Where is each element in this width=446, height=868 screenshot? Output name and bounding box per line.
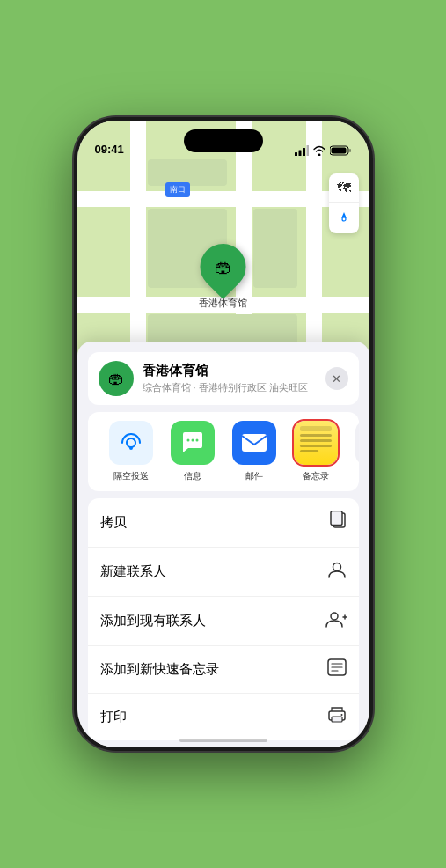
- airdrop-icon: [119, 430, 143, 455]
- svg-point-16: [333, 563, 340, 571]
- menu-print-text: 打印: [100, 709, 127, 725]
- notes-label: 备忘录: [303, 470, 329, 482]
- notes-icon-box: [294, 421, 338, 465]
- menu-section: 拷贝 新建联系人: [88, 498, 359, 740]
- status-icons: [295, 145, 352, 156]
- home-indicator: [179, 739, 267, 742]
- svg-rect-20: [332, 717, 342, 722]
- messages-label: 信息: [184, 470, 201, 482]
- notes-icon: [294, 421, 338, 465]
- messages-icon: [179, 430, 206, 455]
- wifi-icon: [312, 145, 326, 156]
- menu-print[interactable]: 打印: [88, 694, 359, 740]
- dynamic-island: [184, 129, 263, 152]
- add-contact-icon: [325, 609, 347, 633]
- airdrop-label: 隔空投送: [113, 470, 149, 482]
- share-messages[interactable]: 信息: [162, 421, 223, 482]
- svg-rect-0: [295, 152, 297, 156]
- location-button[interactable]: [329, 203, 359, 233]
- quick-note-icon: [327, 658, 347, 680]
- share-notes[interactable]: 备忘录: [285, 421, 347, 482]
- menu-add-existing[interactable]: 添加到现有联系人: [88, 597, 359, 646]
- messages-icon-box: [171, 421, 215, 465]
- menu-copy[interactable]: 拷贝: [88, 498, 359, 548]
- menu-new-contact-text: 新建联系人: [100, 563, 166, 580]
- location-label: 南口: [165, 182, 190, 197]
- mail-icon: [241, 433, 267, 452]
- svg-rect-6: [331, 148, 346, 154]
- close-button[interactable]: ✕: [325, 367, 348, 390]
- svg-rect-15: [331, 511, 342, 526]
- svg-rect-2: [303, 148, 305, 156]
- share-row: 隔空投送 信息: [88, 412, 359, 491]
- battery-icon: [330, 145, 352, 156]
- mail-icon-box: [232, 421, 276, 465]
- phone-frame: 09:41: [74, 117, 373, 751]
- menu-add-existing-text: 添加到现有联系人: [100, 613, 206, 629]
- svg-point-11: [191, 439, 194, 442]
- place-icon: 🏟: [99, 361, 134, 396]
- svg-point-7: [342, 217, 346, 221]
- map-pin: 🏟: [191, 234, 256, 299]
- status-time: 09:41: [95, 143, 124, 156]
- bottom-sheet: 🏟 香港体育馆 综合体育馆 · 香港特别行政区 油尖旺区 ✕: [77, 342, 369, 747]
- place-name: 香港体育馆: [143, 363, 317, 379]
- airdrop-icon-box: [109, 421, 153, 465]
- place-subtitle: 综合体育馆 · 香港特别行政区 油尖旺区: [143, 381, 317, 394]
- map-pin-container: 🏟 香港体育馆: [199, 244, 247, 310]
- menu-quick-note[interactable]: 添加到新快速备忘录: [88, 646, 359, 694]
- svg-point-10: [186, 439, 189, 442]
- copy-icon: [329, 511, 347, 534]
- svg-point-17: [331, 613, 338, 620]
- svg-rect-3: [306, 145, 309, 156]
- mail-label: 邮件: [245, 470, 263, 482]
- svg-rect-13: [242, 434, 267, 452]
- svg-point-21: [340, 714, 342, 716]
- print-icon: [327, 706, 347, 728]
- svg-rect-5: [349, 149, 351, 152]
- new-contact-icon: [327, 560, 347, 584]
- place-info: 香港体育馆 综合体育馆 · 香港特别行政区 油尖旺区: [143, 363, 317, 394]
- more-icon-box: [355, 421, 359, 465]
- share-airdrop[interactable]: 隔空投送: [100, 421, 162, 482]
- place-header: 🏟 香港体育馆 综合体育馆 · 香港特别行政区 油尖旺区 ✕: [88, 352, 359, 405]
- share-more[interactable]: 提: [347, 421, 359, 482]
- svg-point-9: [129, 446, 133, 450]
- menu-new-contact[interactable]: 新建联系人: [88, 548, 359, 597]
- svg-point-12: [195, 439, 198, 442]
- share-mail[interactable]: 邮件: [223, 421, 285, 482]
- signal-icon: [295, 145, 309, 156]
- map-pin-inner: 🏟: [215, 257, 232, 277]
- menu-copy-text: 拷贝: [100, 514, 127, 531]
- screen: 09:41: [77, 121, 369, 747]
- map-type-button[interactable]: 🗺: [329, 173, 359, 203]
- svg-rect-1: [298, 151, 301, 157]
- map-controls: 🗺: [329, 173, 359, 233]
- menu-quick-note-text: 添加到新快速备忘录: [100, 661, 219, 678]
